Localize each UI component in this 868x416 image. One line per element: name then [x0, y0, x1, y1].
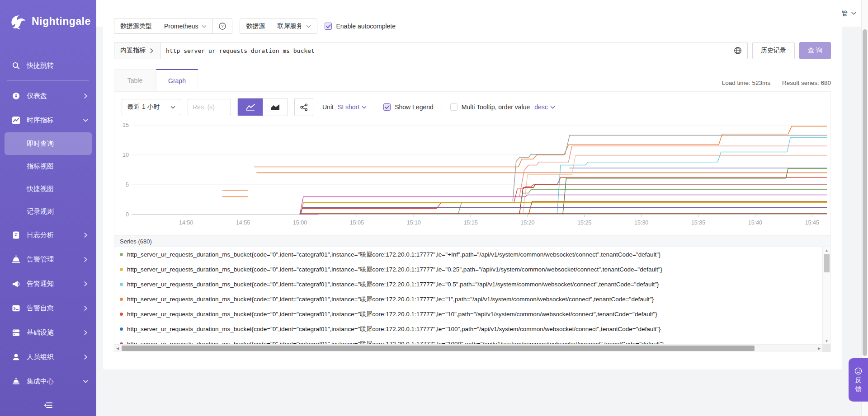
datasource-type-label: 数据源类型 [114, 19, 158, 33]
sidebar-item-integration-center[interactable]: 集成中心 [0, 369, 96, 393]
collapse-sidebar-button[interactable] [0, 396, 96, 414]
tab-table[interactable]: Table [114, 69, 156, 92]
sidebar-item-label: 日志分析 [27, 231, 77, 239]
people-icon [12, 353, 20, 361]
checkbox-unchecked-icon [450, 103, 458, 111]
series-panel: Series (680) http_server_ur_requests_dur… [114, 235, 830, 352]
chevron-right-icon [83, 330, 88, 335]
resolution-input[interactable] [188, 99, 231, 115]
sidebar-subitem-instant-query[interactable]: 即时查询 [5, 132, 92, 155]
sidebar-item-infrastructure[interactable]: 基础设施 [0, 320, 96, 345]
page-scrollbar-thumb[interactable] [863, 29, 867, 356]
sidebar-item-label: 告警通知 [27, 280, 77, 288]
series-label: http_server_ur_requests_duration_ms_buck… [127, 251, 661, 259]
scroll-up-icon[interactable]: ▲ [823, 247, 830, 253]
order-value-select[interactable]: desc [534, 103, 555, 111]
sidebar-item-timeseries[interactable]: 时序指标 [0, 108, 96, 132]
result-series-stat: Result series: 680 [782, 79, 831, 86]
sidebar-item-people-org[interactable]: 人员组织 [0, 345, 96, 369]
logo[interactable]: Nightingale [0, 0, 96, 43]
show-legend-label: Show Legend [395, 103, 434, 111]
timeseries-chart-svg: 05101514:5014:5515:0015:0515:1015:1515:2… [114, 121, 830, 230]
page-scrollbar[interactable] [861, 0, 868, 416]
series-hscrollbar-thumb[interactable] [122, 346, 755, 351]
svg-text:15:20: 15:20 [520, 220, 534, 226]
feedback-label-char2: 馈 [855, 385, 862, 393]
chevron-down-icon [83, 118, 88, 123]
datasource-type-select[interactable]: Prometheus [158, 19, 212, 33]
metric-input-row: 内置指标 [114, 42, 748, 59]
history-button[interactable]: 历史记录 [752, 42, 795, 59]
series-label: http_server_ur_requests_duration_ms_buck… [127, 295, 654, 304]
sidebar-item-label: 告警管理 [27, 255, 77, 264]
svg-text:15: 15 [123, 122, 129, 128]
sidebar-item-label: 时序指标 [27, 116, 77, 125]
globe-button[interactable] [728, 42, 747, 59]
series-vscrollbar-thumb[interactable] [824, 254, 830, 272]
scroll-down-icon[interactable]: ▼ [823, 338, 830, 344]
chevron-down-icon [362, 105, 367, 110]
datasource-group: 数据源 联犀服务 [240, 19, 317, 34]
scroll-right-icon[interactable]: ▶ [816, 345, 822, 352]
svg-text:14:55: 14:55 [236, 220, 250, 226]
autocomplete-label: Enable autocomplete [336, 23, 396, 30]
datasource-help-button[interactable]: ? [212, 19, 232, 33]
series-row[interactable]: http_server_ur_requests_duration_ms_buck… [114, 262, 822, 277]
multi-tooltip-checkbox[interactable]: Multi Tooltip, order value [450, 103, 530, 111]
series-color-dot [120, 283, 123, 286]
main-area: 即时查询 v8.0.0-beta.4 文档 简体 超管 数据源类型 Promet… [96, 0, 868, 416]
unit-label: Unit [322, 103, 334, 111]
sidebar-item-log-analysis[interactable]: 日志分析 [0, 223, 96, 247]
svg-text:0: 0 [126, 211, 129, 218]
query-button[interactable]: 查 询 [799, 42, 831, 59]
logo-text: Nightingale [32, 15, 91, 28]
chevron-down-icon [306, 24, 311, 29]
sidebar-subitem-metric-views[interactable]: 指标视图 [0, 155, 96, 178]
checkbox-checked-icon [383, 103, 391, 111]
series-row[interactable]: http_server_ur_requests_duration_ms_buck… [114, 322, 822, 337]
sidebar-subitem-quick-views[interactable]: 快捷视图 [0, 178, 96, 200]
svg-text:15:10: 15:10 [407, 220, 421, 226]
series-row[interactable]: http_server_ur_requests_duration_ms_buck… [114, 307, 822, 322]
show-legend-checkbox[interactable]: Show Legend [383, 103, 434, 111]
series-horizontal-scrollbar[interactable]: ◀ ▶ [114, 344, 822, 352]
unit-select[interactable]: SI short [338, 103, 367, 111]
feedback-button[interactable]: 反 馈 [849, 358, 868, 402]
series-row[interactable]: http_server_ur_requests_duration_ms_buck… [114, 292, 822, 307]
sidebar-item-alert-self-healing[interactable]: 告警自愈 [0, 296, 96, 320]
datasource-select[interactable]: 联犀服务 [271, 19, 317, 33]
chevron-down-icon [83, 379, 88, 384]
toolbar-divider [375, 103, 375, 111]
series-row[interactable]: http_server_ur_requests_duration_ms_buck… [114, 247, 822, 262]
chevron-right-icon [83, 306, 88, 311]
series-panel-title: Series (680) [114, 236, 830, 247]
line-chart-type-button[interactable] [238, 98, 263, 116]
sidebar-item-dashboards[interactable]: 仪表盘 [0, 84, 96, 108]
scroll-left-icon[interactable]: ◀ [114, 345, 121, 352]
chevron-right-icon [83, 281, 88, 286]
sidebar-item-label: 快捷跳转 [27, 61, 88, 70]
series-row[interactable]: http_server_ur_requests_duration_ms_buck… [114, 337, 822, 344]
series-row[interactable]: http_server_ur_requests_duration_ms_buck… [114, 277, 822, 292]
globe-icon [734, 47, 742, 55]
timeseries-chart[interactable]: 05101514:5014:5515:0015:0515:1015:1515:2… [114, 120, 830, 230]
logs-icon [12, 231, 20, 239]
sidebar-item-alert-notification[interactable]: 告警通知 [0, 271, 96, 296]
tab-graph[interactable]: Graph [156, 69, 198, 92]
builtin-metrics-button[interactable]: 内置指标 [114, 42, 160, 59]
sidebar-item-alert-management[interactable]: 告警管理 [0, 247, 96, 271]
sidebar-item-quick-jump[interactable]: 快捷跳转 [0, 53, 96, 78]
autocomplete-checkbox[interactable]: Enable autocomplete [325, 23, 396, 30]
metric-query-input[interactable] [160, 42, 728, 59]
sidebar-subitem-recording-rules[interactable]: 记录规则 [0, 200, 96, 223]
time-range-select[interactable]: 最近 1 小时 [122, 99, 181, 115]
series-label: http_server_ur_requests_duration_ms_buck… [127, 340, 664, 345]
svg-text:5: 5 [126, 182, 129, 188]
server-icon [12, 328, 20, 337]
series-list: http_server_ur_requests_duration_ms_buck… [114, 247, 822, 344]
share-button[interactable] [294, 98, 313, 116]
chevron-right-icon [83, 355, 88, 360]
feedback-label-char1: 反 [855, 376, 862, 384]
stacked-chart-type-button[interactable] [263, 98, 288, 116]
series-vertical-scrollbar[interactable]: ▲ ▼ [822, 247, 830, 344]
